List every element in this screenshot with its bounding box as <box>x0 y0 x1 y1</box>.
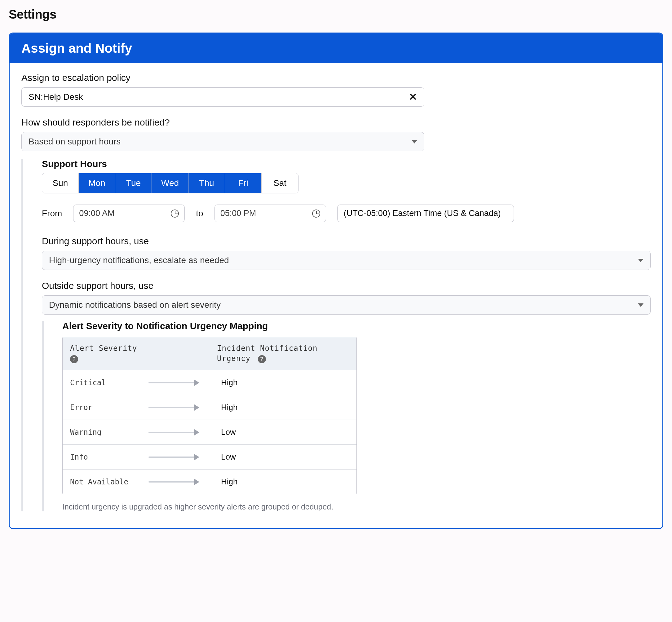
day-toggle-wed[interactable]: Wed <box>152 173 189 193</box>
to-time-value: 05:00 PM <box>221 209 256 218</box>
severity-mapping-footnote: Incident urgency is upgraded as higher s… <box>62 503 650 511</box>
day-toggle-sat[interactable]: Sat <box>262 173 298 193</box>
escalation-policy-value: SN:Help Desk <box>29 92 83 102</box>
help-icon[interactable]: ? <box>70 355 78 363</box>
col-alert-severity-label: Alert Severity <box>70 344 202 353</box>
help-icon[interactable]: ? <box>258 355 266 363</box>
support-hours-heading: Support Hours <box>42 159 650 169</box>
outside-hours-select[interactable]: Dynamic notifications based on alert sev… <box>42 296 650 315</box>
urgency-value: High <box>221 378 237 387</box>
from-time-input[interactable]: 09:00 AM <box>73 205 185 222</box>
clear-escalation-icon[interactable]: ✕ <box>409 92 417 102</box>
day-toggle-thu[interactable]: Thu <box>189 173 225 193</box>
outside-hours-value: Dynamic notifications based on alert sev… <box>49 300 221 310</box>
urgency-value: Low <box>221 452 236 462</box>
severity-cell: Critical <box>63 370 213 395</box>
timezone-select[interactable]: (UTC-05:00) Eastern Time (US & Canada) <box>337 205 514 222</box>
severity-mapping-thead: Alert Severity ? Incident Notification U… <box>63 337 357 370</box>
arrow-icon <box>148 456 198 458</box>
support-hours-block: Support Hours SunMonTueWedThuFriSat From… <box>22 159 650 511</box>
severity-value: Not Available <box>70 478 128 486</box>
severity-value: Critical <box>70 378 106 387</box>
col-notification-urgency-label: Incident Notification Urgency <box>217 344 317 363</box>
urgency-value: High <box>221 403 237 412</box>
col-notification-urgency: Incident Notification Urgency ? <box>209 337 357 370</box>
during-hours-select[interactable]: High-urgency notifications, escalate as … <box>42 251 650 270</box>
arrow-icon <box>148 432 198 433</box>
severity-cell: Error <box>63 395 213 420</box>
severity-value: Info <box>70 453 88 461</box>
severity-cell: Info <box>63 445 213 469</box>
severity-row: WarningLow <box>63 420 357 444</box>
notify-method-select[interactable]: Based on support hours <box>22 132 424 151</box>
clock-icon <box>312 209 320 217</box>
urgency-cell: High <box>213 395 357 420</box>
to-time-input[interactable]: 05:00 PM <box>214 205 326 222</box>
severity-value: Warning <box>70 428 101 437</box>
during-hours-value: High-urgency notifications, escalate as … <box>49 255 229 265</box>
urgency-cell: High <box>213 470 357 494</box>
assign-notify-panel: Assign and Notify Assign to escalation p… <box>9 33 663 529</box>
escalation-policy-input[interactable]: SN:Help Desk ✕ <box>22 88 424 107</box>
timezone-value: (UTC-05:00) Eastern Time (US & Canada) <box>344 209 510 218</box>
chevron-down-icon <box>638 303 643 307</box>
severity-mapping-heading: Alert Severity to Notification Urgency M… <box>62 321 650 331</box>
day-toggle-group: SunMonTueWedThuFriSat <box>42 173 299 194</box>
severity-row: CriticalHigh <box>63 370 357 395</box>
severity-cell: Warning <box>63 420 213 444</box>
panel-header: Assign and Notify <box>10 33 662 63</box>
severity-mapping-table: Alert Severity ? Incident Notification U… <box>62 337 357 494</box>
urgency-cell: High <box>213 370 357 395</box>
arrow-icon <box>148 382 198 383</box>
from-time-value: 09:00 AM <box>79 209 114 218</box>
day-toggle-tue[interactable]: Tue <box>115 173 152 193</box>
notify-method-value: Based on support hours <box>29 137 121 147</box>
outside-hours-group: Outside support hours, use Dynamic notif… <box>42 280 650 511</box>
outside-hours-label: Outside support hours, use <box>42 280 650 291</box>
severity-mapping-block: Alert Severity to Notification Urgency M… <box>42 321 650 511</box>
day-toggle-sun[interactable]: Sun <box>42 173 79 193</box>
col-alert-severity: Alert Severity ? <box>63 337 209 370</box>
escalation-label: Assign to escalation policy <box>22 72 650 83</box>
time-range-row: From 09:00 AM to 05:00 PM (UTC-05:00) Ea… <box>42 205 650 222</box>
notify-method-label: How should responders be notified? <box>22 117 650 128</box>
during-hours-group: During support hours, use High-urgency n… <box>42 236 650 270</box>
during-hours-label: During support hours, use <box>42 236 650 246</box>
urgency-value: High <box>221 477 237 487</box>
escalation-group: Assign to escalation policy SN:Help Desk… <box>22 72 650 107</box>
panel-body: Assign to escalation policy SN:Help Desk… <box>10 63 662 528</box>
urgency-value: Low <box>221 427 236 437</box>
to-label: to <box>196 209 203 218</box>
page-title: Settings <box>9 7 663 22</box>
arrow-icon <box>148 481 198 483</box>
severity-value: Error <box>70 403 92 412</box>
chevron-down-icon <box>638 259 643 262</box>
arrow-icon <box>148 407 198 408</box>
severity-row: InfoLow <box>63 444 357 469</box>
notify-method-group: How should responders be notified? Based… <box>22 117 650 511</box>
severity-cell: Not Available <box>63 470 213 494</box>
severity-row: Not AvailableHigh <box>63 469 357 494</box>
urgency-cell: Low <box>213 420 357 444</box>
day-toggle-fri[interactable]: Fri <box>225 173 262 193</box>
urgency-cell: Low <box>213 445 357 469</box>
from-label: From <box>42 209 62 218</box>
severity-row: ErrorHigh <box>63 395 357 420</box>
chevron-down-icon <box>412 140 417 143</box>
clock-icon <box>171 209 179 217</box>
day-toggle-mon[interactable]: Mon <box>79 173 115 193</box>
